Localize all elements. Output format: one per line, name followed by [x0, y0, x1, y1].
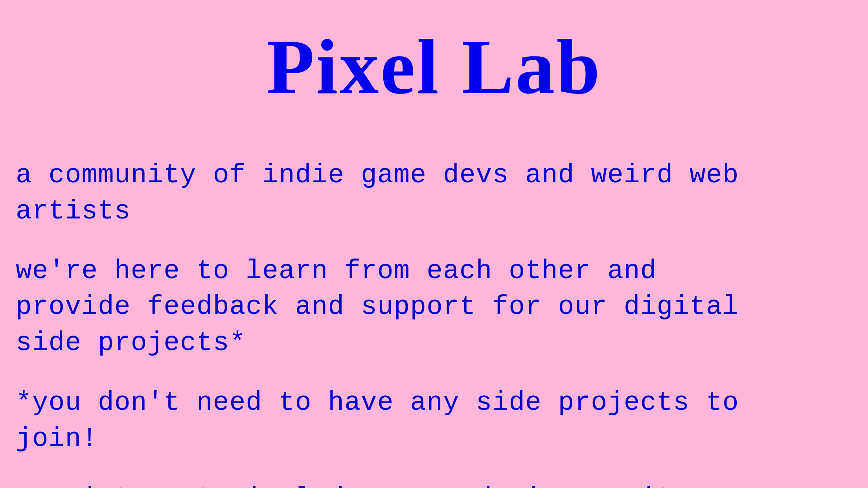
content-area: a community of indie game devs and weird… [8, 157, 860, 488]
title-area: Pixel Lab [8, 24, 860, 110]
learn-text: we're here to learn from each other and … [16, 256, 739, 358]
paragraph-join: *you don't need to have any side project… [16, 385, 860, 457]
paragraph-community: a community of indie game devs and weird… [16, 157, 860, 229]
page-container: Pixel Lab a community of indie game devs… [0, 0, 868, 488]
site-title: Pixel Lab [8, 24, 860, 110]
join-text: *you don't need to have any side project… [16, 387, 739, 454]
interests-text: our interests include: game design, Unit… [16, 483, 706, 488]
paragraph-learn: we're here to learn from each other and … [16, 253, 860, 361]
community-text: a community of indie game devs and weird… [16, 160, 739, 226]
paragraph-interests: our interests include: game design, Unit… [16, 481, 860, 488]
